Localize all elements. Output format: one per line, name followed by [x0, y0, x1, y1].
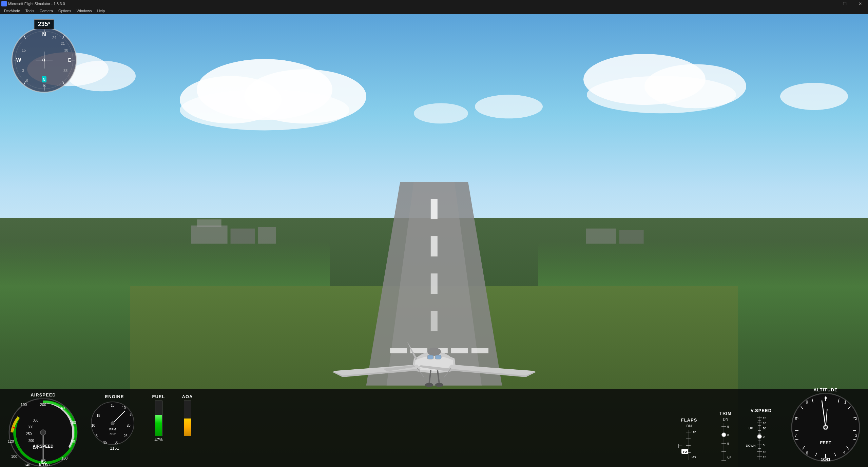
svg-text:24: 24: [52, 36, 56, 40]
svg-text:5: 5: [763, 444, 765, 447]
svg-text:40: 40: [61, 406, 65, 410]
fuel-bar-fill: [155, 415, 162, 436]
trim-dn: DN: [710, 417, 741, 421]
svg-text:DN: DN: [692, 455, 696, 459]
flight-viewport: 235° N E S W 24 21 38 33 15 3 9: [0, 14, 868, 467]
vspeed-indicator-svg: 15 10 5 UP 0 DOWN 5 10 15: [746, 414, 776, 462]
trim-label: TRIM: [710, 411, 741, 416]
svg-text:2: 2: [855, 416, 857, 421]
svg-text:✈: ✈: [42, 57, 46, 63]
svg-text:15: 15: [96, 414, 100, 417]
svg-text:20: 20: [127, 424, 131, 427]
fuel-value: 47%: [149, 437, 168, 442]
airspeed-value: 95: [41, 459, 45, 464]
svg-text:3: 3: [22, 69, 24, 73]
svg-point-31: [427, 348, 441, 356]
svg-text:15: 15: [763, 416, 766, 420]
svg-text:15: 15: [111, 404, 115, 407]
compass-widget: 235° N E S W 24 21 38 33 15 3 9: [10, 19, 78, 87]
engine-gauge-svg: 15 10 5 20 25 30 35 5 10 15 RPM x100: [90, 401, 136, 446]
trim-indicator-svg: 5 0 5 UP: [712, 421, 739, 462]
fuel-bar: [155, 401, 162, 436]
menu-options[interactable]: Options: [56, 7, 74, 14]
engine-rpm-value: 1151: [90, 446, 139, 451]
svg-text:TO: TO: [683, 450, 687, 453]
svg-point-85: [40, 430, 46, 435]
aoa-bar-fill: [184, 419, 191, 436]
aoa-label: AOA: [178, 394, 197, 399]
compass-svg: N E S W 24 21 38 33 15 3 9: [10, 26, 78, 94]
menu-camera[interactable]: Camera: [37, 7, 56, 14]
menubar: DevMode Tools Camera Options Windows Hel…: [0, 7, 868, 14]
svg-text:9: 9: [806, 400, 808, 405]
svg-text:10: 10: [91, 424, 95, 427]
svg-text:UP: UP: [692, 430, 696, 434]
aoa-bar: [184, 401, 191, 436]
altitude-gauge-svg: 0 1 2 3 4 5 6 7 8 9 FEET: [788, 393, 863, 465]
svg-text:5: 5: [130, 413, 132, 416]
flaps-dn: DN: [675, 424, 703, 428]
vspeed-label: V.SPEED: [744, 408, 778, 413]
altitude-section: ALTITUDE 0 1 2 3 4 5 6 7 8 9 FEET: [788, 387, 863, 462]
engine-label: ENGINE: [90, 394, 139, 399]
svg-text:200: 200: [40, 403, 46, 407]
compass-heading-display: 235°: [34, 19, 54, 29]
svg-point-147: [757, 434, 761, 439]
aircraft: [315, 314, 553, 399]
menu-devmode[interactable]: DevMode: [1, 7, 23, 14]
svg-point-179: [824, 426, 827, 429]
minimize-button[interactable]: —: [821, 0, 837, 7]
app-icon: [1, 1, 7, 6]
close-button[interactable]: ✕: [852, 0, 868, 7]
svg-text:250: 250: [26, 432, 32, 436]
svg-text:100: 100: [21, 403, 27, 407]
svg-text:15: 15: [763, 455, 766, 459]
engine-section: ENGINE 15 10 5 20 25 30 35 5 10 15 RPM x…: [90, 394, 139, 451]
svg-text:30: 30: [114, 441, 118, 444]
window-title: Microsoft Flight Simulator - 1.8.3.0: [8, 2, 821, 6]
flaps-section: FLAPS DN UP TO DN ⊢: [675, 417, 703, 462]
trim-section: TRIM DN 5 0 5 UP: [710, 411, 741, 462]
svg-text:DOWN: DOWN: [746, 444, 756, 447]
svg-text:3: 3: [855, 433, 857, 438]
svg-text:0: 0: [763, 435, 765, 439]
restore-button[interactable]: ❐: [837, 0, 852, 7]
svg-text:300: 300: [28, 425, 34, 429]
svg-text:9: 9: [26, 79, 28, 83]
svg-text:6: 6: [806, 451, 808, 455]
svg-text:350: 350: [33, 419, 39, 422]
vspeed-section: V.SPEED 15 10 5 UP 0 DOWN 5 10: [744, 408, 778, 462]
fuel-section: FUEL 47%: [149, 394, 168, 442]
menu-windows[interactable]: Windows: [74, 7, 95, 14]
menu-help[interactable]: Help: [94, 7, 108, 14]
svg-text:100: 100: [11, 454, 17, 459]
svg-point-36: [425, 383, 433, 387]
svg-text:140: 140: [24, 463, 30, 467]
svg-text:10: 10: [763, 450, 766, 454]
window-controls: — ❐ ✕: [821, 0, 868, 7]
flaps-label: FLAPS: [675, 417, 703, 423]
svg-point-37: [435, 383, 443, 387]
svg-text:60: 60: [71, 439, 75, 443]
svg-text:38: 38: [64, 48, 68, 52]
svg-text:15: 15: [22, 48, 26, 52]
svg-text:10: 10: [763, 422, 766, 425]
svg-rect-32: [427, 355, 433, 359]
svg-text:5: 5: [727, 425, 729, 428]
instruments-panel: AIRSPEED KTS 200 40: [0, 389, 868, 467]
svg-point-121: [722, 433, 726, 437]
altitude-label: ALTITUDE: [813, 387, 837, 392]
svg-point-101: [111, 422, 114, 425]
svg-text:7: 7: [795, 433, 797, 438]
svg-text:8: 8: [795, 416, 797, 421]
titlebar: Microsoft Flight Simulator - 1.8.3.0 — ❐…: [0, 0, 868, 7]
altitude-value: 1041: [821, 457, 831, 462]
svg-text:N: N: [43, 78, 45, 82]
flaps-indicator-svg: UP TO DN ⊢: [676, 428, 702, 462]
aoa-section: AOA: [178, 394, 197, 436]
svg-text:FEET: FEET: [820, 440, 831, 445]
svg-text:120: 120: [8, 439, 14, 443]
menu-tools[interactable]: Tools: [23, 7, 37, 14]
svg-text:0: 0: [727, 433, 729, 437]
svg-text:1: 1: [844, 400, 847, 405]
